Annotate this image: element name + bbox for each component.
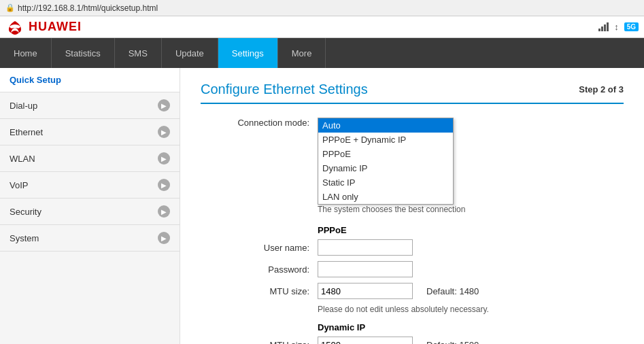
sidebar-item-dial-up[interactable]: Dial-up ▶ <box>0 92 180 119</box>
top-bar-right: ↕ 5G <box>598 22 639 32</box>
password-input[interactable] <box>318 261 413 277</box>
sidebar-label-dial-up: Dial-up <box>10 101 37 111</box>
dropdown-option-dynamic-ip[interactable]: Dynamic IP <box>318 161 453 175</box>
mtu-dynamic-row: MTU size: Default: 1500 <box>201 337 624 344</box>
sidebar-label-system: System <box>10 233 39 243</box>
sidebar-label-wlan: WLAN <box>10 154 35 164</box>
mtu-pppoe-default: Default: 1480 <box>426 286 479 296</box>
lock-icon: 🔒 <box>5 3 15 12</box>
mtu-pppoe-label: MTU size: <box>201 286 309 296</box>
dropdown-option-auto[interactable]: Auto <box>318 118 453 133</box>
sidebar-item-wlan[interactable]: WLAN ▶ <box>0 145 180 172</box>
sidebar-item-quick-setup[interactable]: Quick Setup <box>0 68 180 92</box>
top-bar: HUAWEI ↕ 5G <box>0 16 644 38</box>
dynamic-ip-section-header: Dynamic IP <box>318 322 624 332</box>
system-note: The system chooses the best connection <box>318 205 624 214</box>
nav-bar: Home Statistics SMS Update Settings More <box>0 38 644 68</box>
nav-item-update[interactable]: Update <box>162 38 218 68</box>
connection-mode-row: Connection mode: Auto PPPoE + Dynamic IP… <box>201 118 624 199</box>
nav-item-settings[interactable]: Settings <box>218 38 278 68</box>
page-title-row: Configure Ethernet Settings Step 2 of 3 <box>201 82 624 104</box>
mtu-pppoe-note: Please do not edit unless absolutely nec… <box>318 305 624 314</box>
sidebar-item-system[interactable]: System ▶ <box>0 225 180 252</box>
username-row: User name: <box>201 239 624 256</box>
dropdown-option-lan-only[interactable]: LAN only <box>318 190 453 204</box>
page-title: Configure Ethernet Settings <box>201 82 368 97</box>
sidebar-arrow-dial-up: ▶ <box>158 99 170 111</box>
password-row: Password: <box>201 261 624 277</box>
mtu-pppoe-input[interactable] <box>318 283 413 299</box>
main-layout: Quick Setup Dial-up ▶ Ethernet ▶ WLAN ▶ … <box>0 68 644 344</box>
mtu-pppoe-row: MTU size: Default: 1480 <box>201 283 624 299</box>
sidebar-item-security[interactable]: Security ▶ <box>0 199 180 225</box>
mtu-dynamic-label: MTU size: <box>201 340 309 345</box>
username-label: User name: <box>201 243 309 253</box>
username-input[interactable] <box>318 239 413 256</box>
brand-logo: HUAWEI <box>5 20 82 35</box>
5g-badge: 5G <box>624 22 639 31</box>
nav-item-statistics[interactable]: Statistics <box>52 38 115 68</box>
arrows-icon: ↕ <box>614 22 619 32</box>
huawei-logo-icon <box>5 20 24 35</box>
url-text: http://192.168.8.1/html/quicksetup.html <box>18 3 158 13</box>
address-bar: 🔒 http://192.168.8.1/html/quicksetup.htm… <box>0 0 644 16</box>
sidebar-arrow-voip: ▶ <box>158 179 170 191</box>
sidebar-arrow-ethernet: ▶ <box>158 126 170 138</box>
sidebar-arrow-system: ▶ <box>158 232 170 244</box>
sidebar-arrow-wlan: ▶ <box>158 152 170 165</box>
signal-bars-icon <box>598 22 609 31</box>
sidebar-item-voip[interactable]: VoIP ▶ <box>0 172 180 199</box>
mtu-dynamic-default: Default: 1500 <box>426 340 479 345</box>
mtu-dynamic-input[interactable] <box>318 337 413 344</box>
connection-mode-dropdown-wrapper: Auto PPPoE + Dynamic IP PPPoE Dynamic IP… <box>318 118 454 199</box>
step-info: Step 2 of 3 <box>579 84 624 94</box>
sidebar-item-ethernet[interactable]: Ethernet ▶ <box>0 119 180 145</box>
content-area: Configure Ethernet Settings Step 2 of 3 … <box>180 68 644 344</box>
dropdown-option-pppoe[interactable]: PPPoE <box>318 147 453 161</box>
connection-mode-dropdown[interactable]: Auto PPPoE + Dynamic IP PPPoE Dynamic IP… <box>318 118 454 205</box>
sidebar-arrow-security: ▶ <box>158 205 170 218</box>
nav-item-sms[interactable]: SMS <box>115 38 162 68</box>
nav-item-home[interactable]: Home <box>0 38 52 68</box>
brand-name: HUAWEI <box>29 20 82 34</box>
dropdown-option-pppoe-dynamic[interactable]: PPPoE + Dynamic IP <box>318 133 453 147</box>
sidebar-label-ethernet: Ethernet <box>10 127 43 137</box>
sidebar: Quick Setup Dial-up ▶ Ethernet ▶ WLAN ▶ … <box>0 68 180 344</box>
sidebar-label-security: Security <box>10 207 41 217</box>
nav-item-more[interactable]: More <box>278 38 326 68</box>
sidebar-label-voip: VoIP <box>10 180 28 190</box>
dropdown-option-static-ip[interactable]: Static IP <box>318 175 453 190</box>
pppoe-section-header: PPPoE <box>318 225 624 235</box>
connection-mode-label: Connection mode: <box>201 118 309 128</box>
password-label: Password: <box>201 264 309 275</box>
